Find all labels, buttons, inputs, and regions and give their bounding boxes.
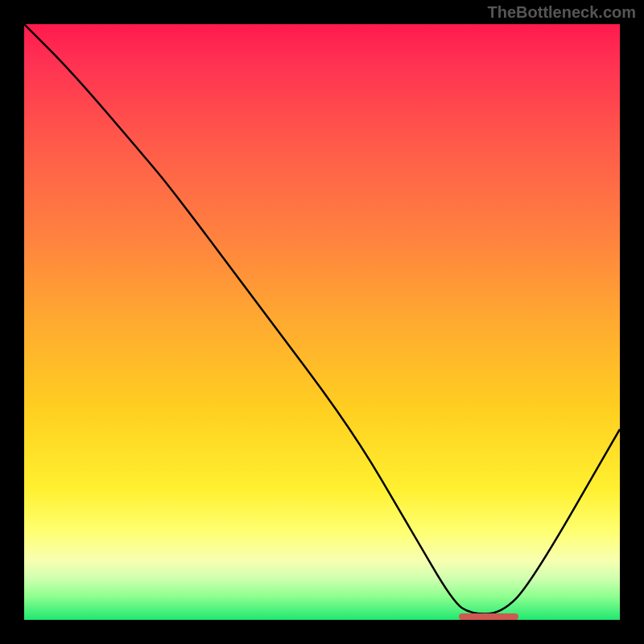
watermark-text: TheBottleneck.com (488, 3, 636, 22)
bottleneck-curve (24, 24, 620, 620)
optimal-range-marker (459, 613, 518, 620)
curve-path (24, 24, 620, 614)
chart-gradient-area (24, 24, 620, 620)
